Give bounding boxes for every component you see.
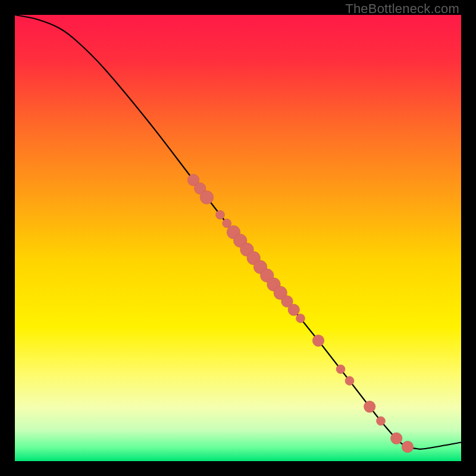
scatter-marker	[391, 433, 403, 444]
scatter-marker	[288, 304, 300, 316]
scatter-marker	[296, 314, 305, 323]
chart-frame: { "watermark": "TheBottleneck.com", "col…	[0, 0, 476, 476]
scatter-marker	[364, 401, 376, 413]
scatter-marker	[336, 365, 345, 374]
scatter-marker	[402, 441, 414, 453]
scatter-marker	[345, 377, 354, 386]
scatter-marker	[377, 416, 386, 425]
scatter-marker	[216, 211, 225, 220]
chart-svg	[15, 15, 461, 461]
scatter-marker	[200, 191, 214, 205]
scatter-markers	[187, 174, 414, 453]
plot-area	[15, 15, 461, 461]
scatter-marker	[312, 335, 324, 347]
